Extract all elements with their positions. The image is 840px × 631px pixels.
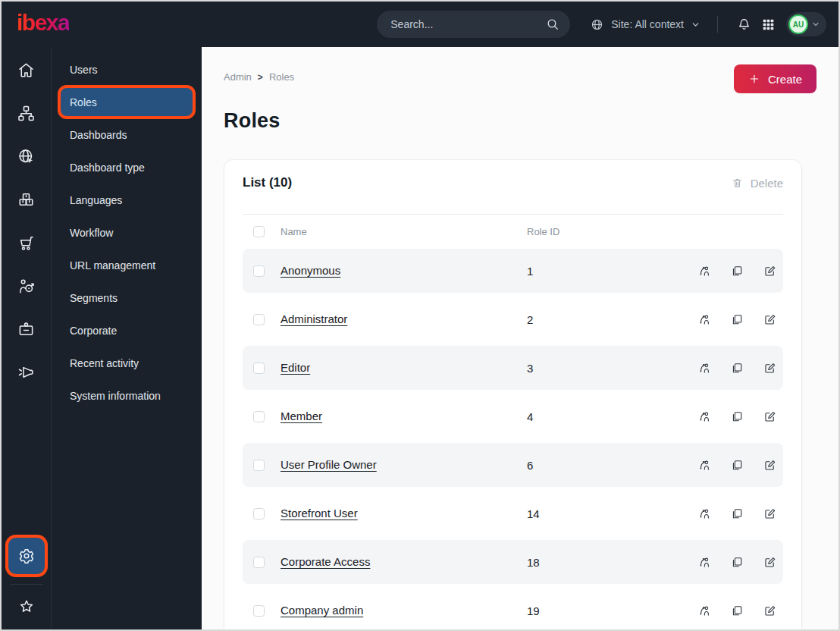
table-row: User Profile Owner 6	[243, 443, 783, 487]
row-checkbox[interactable]	[253, 460, 265, 471]
role-name-link[interactable]: Storefront User	[281, 507, 358, 520]
topbar-divider	[717, 16, 718, 33]
create-button[interactable]: Create	[734, 64, 816, 93]
copy-icon	[730, 458, 744, 472]
sidebar-item-dashboards[interactable]: Dashboards	[52, 118, 202, 151]
edit-role-button[interactable]	[759, 357, 780, 378]
role-name-link[interactable]: Company admin	[281, 604, 363, 617]
select-all-checkbox[interactable]	[253, 226, 265, 237]
site-context-label: Site: All context	[611, 18, 684, 30]
assign-users-button[interactable]	[694, 406, 715, 427]
list-count-title: List (10)	[243, 175, 292, 190]
copy-role-button[interactable]	[726, 503, 748, 524]
ibexa-logo[interactable]: ibexa	[17, 11, 69, 37]
sidebar-item-users[interactable]: Users	[52, 53, 202, 86]
role-name-link[interactable]: User Profile Owner	[281, 458, 377, 471]
sidebar-item-languages[interactable]: Languages	[52, 184, 202, 216]
site-context-selector[interactable]: Site: All context	[590, 17, 701, 32]
copy-icon	[730, 312, 744, 327]
edit-role-button[interactable]	[759, 503, 780, 524]
edit-role-button[interactable]	[759, 600, 780, 621]
assign-users-button[interactable]	[694, 503, 715, 524]
sidebar-item-corporate[interactable]	[2, 308, 52, 351]
edit-role-button[interactable]	[759, 551, 780, 573]
sidebar-item-workflow[interactable]: Workflow	[52, 216, 202, 249]
user-menu[interactable]: AU	[786, 12, 826, 36]
row-checkbox[interactable]	[253, 265, 265, 277]
copy-role-button[interactable]	[726, 551, 748, 573]
assign-users-button[interactable]	[694, 551, 715, 573]
role-name-link[interactable]: Administrator	[281, 312, 347, 325]
sidebar-item-dashboard-type[interactable]: Dashboard type	[52, 151, 202, 184]
site-globe-icon	[17, 147, 36, 166]
edit-role-button[interactable]	[759, 260, 780, 281]
row-checkbox[interactable]	[253, 557, 265, 568]
role-name-link[interactable]: Anonymous	[281, 264, 340, 277]
home-icon	[17, 61, 36, 80]
assign-users-button[interactable]	[694, 260, 715, 281]
copy-role-button[interactable]	[726, 454, 748, 476]
row-checkbox[interactable]	[253, 314, 265, 325]
global-search	[377, 11, 570, 38]
table-row: Anonymous 1	[243, 249, 783, 293]
copy-role-button[interactable]	[726, 600, 748, 621]
copy-role-button[interactable]	[726, 260, 748, 281]
sidebar-item-bookmarks[interactable]	[2, 592, 52, 622]
sidebar-item-products[interactable]	[2, 178, 52, 221]
breadcrumb-admin[interactable]: Admin	[224, 71, 252, 83]
row-checkbox[interactable]	[253, 605, 265, 617]
delete-button[interactable]: Delete	[731, 177, 783, 190]
sidebar-item-segments[interactable]: Segments	[52, 281, 202, 314]
sidebar-item-personalization[interactable]	[2, 265, 52, 308]
role-name-link[interactable]: Corporate Access	[281, 555, 370, 568]
sidebar-item-recent-activity[interactable]: Recent activity	[52, 347, 202, 379]
row-actions	[694, 551, 780, 573]
row-checkbox[interactable]	[253, 508, 265, 520]
table-header: Name Role ID	[243, 214, 783, 249]
assign-users-icon	[697, 555, 712, 570]
row-checkbox[interactable]	[253, 363, 265, 374]
app-grid-button[interactable]	[756, 12, 780, 36]
row-checkbox[interactable]	[253, 411, 265, 422]
table-row: Corporate Access 18	[243, 540, 783, 584]
edit-role-button[interactable]	[759, 309, 780, 330]
chevron-down-icon	[811, 20, 820, 29]
notifications-bell-button[interactable]	[732, 12, 756, 36]
role-name-link[interactable]: Member	[281, 410, 322, 422]
sidebar-item-settings[interactable]	[8, 538, 45, 574]
topbar-right: Site: All context AU	[590, 12, 826, 36]
row-actions	[694, 260, 780, 281]
assign-users-button[interactable]	[694, 454, 715, 476]
sidebar-item-label: Dashboard type	[70, 162, 145, 174]
edit-icon	[763, 410, 777, 424]
role-name-link[interactable]: Editor	[281, 361, 310, 374]
sidebar-item-label: Dashboards	[70, 129, 127, 141]
copy-role-button[interactable]	[726, 357, 748, 378]
avatar: AU	[788, 14, 808, 34]
sidebar-item-corporate[interactable]: Corporate	[52, 314, 202, 347]
assign-users-button[interactable]	[694, 600, 715, 621]
copy-icon	[730, 555, 744, 570]
sidebar-bottom	[2, 538, 51, 629]
sidebar-item-home[interactable]	[2, 49, 52, 92]
assign-users-button[interactable]	[694, 357, 715, 378]
sidebar-item-content-structure[interactable]	[2, 92, 52, 135]
edit-role-button[interactable]	[759, 454, 780, 476]
sidebar-item-label: Languages	[70, 194, 122, 206]
assign-users-button[interactable]	[694, 309, 715, 330]
sidebar-item-marketing[interactable]	[2, 351, 52, 394]
sidebar-item-site[interactable]	[2, 135, 52, 178]
copy-role-button[interactable]	[726, 309, 748, 330]
sidebar-item-roles[interactable]: Roles	[61, 88, 193, 116]
sidebar-item-commerce[interactable]	[2, 221, 52, 265]
sidebar-item-system-information[interactable]: System information	[52, 379, 202, 412]
table-body: Anonymous 1	[243, 249, 783, 629]
chevron-down-icon	[691, 20, 701, 30]
search-input[interactable]	[377, 11, 570, 38]
search-icon[interactable]	[545, 17, 560, 32]
row-actions	[694, 357, 780, 378]
edit-role-button[interactable]	[759, 406, 780, 427]
assign-users-icon	[697, 410, 712, 424]
sidebar-item-url-management[interactable]: URL management	[52, 249, 202, 281]
copy-role-button[interactable]	[726, 406, 748, 427]
